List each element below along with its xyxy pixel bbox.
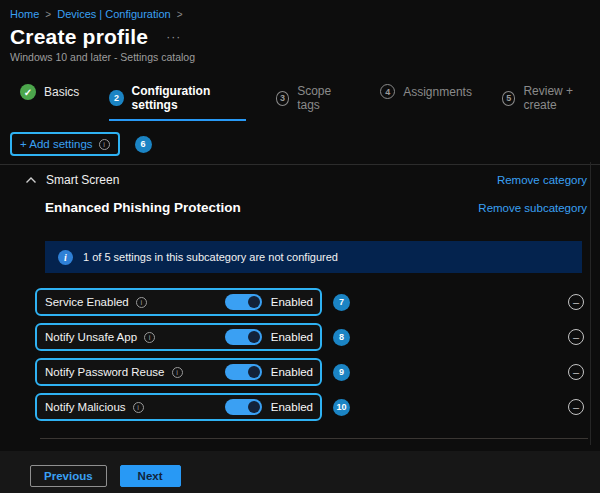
setting-box: Notify Unsafe App i Enabled [35, 323, 322, 351]
step-number: 5 [502, 91, 516, 106]
step-basics[interactable]: ✓ Basics [20, 84, 79, 107]
setting-box: Service Enabled i Enabled [35, 288, 322, 316]
step-number: 2 [109, 90, 123, 106]
toggle-knob [248, 401, 260, 413]
info-icon: i [58, 250, 73, 265]
notify-unsafe-app-toggle[interactable] [225, 329, 262, 345]
info-banner: i 1 of 5 settings in this subcategory ar… [45, 241, 582, 273]
page-subtitle: Windows 10 and later - Settings catalog [0, 51, 600, 63]
step-assignments[interactable]: 4 Assignments [380, 84, 472, 106]
breadcrumb-separator: > [45, 9, 51, 20]
footer-divider [40, 438, 588, 439]
setting-box: Notify Malicious i Enabled [35, 393, 322, 421]
setting-label: Notify Unsafe App [45, 331, 137, 343]
annotation-badge-7: 7 [333, 294, 350, 311]
next-button[interactable]: Next [120, 465, 181, 487]
setting-value: Enabled [271, 331, 313, 343]
category-name: Smart Screen [46, 173, 119, 187]
setting-row-service-enabled: Service Enabled i Enabled 7 – [35, 288, 600, 316]
remove-category-link[interactable]: Remove category [497, 174, 587, 186]
footer: Previous Next [0, 451, 600, 493]
annotation-badge-10: 10 [333, 399, 350, 416]
step-configuration-settings[interactable]: 2 Configuration settings [109, 84, 245, 121]
setting-box: Notify Password Reuse i Enabled [35, 358, 322, 386]
setting-row-notify-malicious: Notify Malicious i Enabled 10 – [35, 393, 600, 421]
step-label: Basics [44, 85, 79, 99]
setting-value: Enabled [271, 401, 313, 413]
chevron-up-icon[interactable] [25, 174, 37, 186]
step-number: 3 [276, 91, 289, 106]
section-divider [0, 164, 600, 165]
service-enabled-toggle[interactable] [225, 294, 262, 310]
info-icon: i [99, 139, 110, 150]
step-label: Scope tags [297, 84, 350, 112]
remove-setting-icon[interactable]: – [568, 329, 584, 345]
wizard-steps: ✓ Basics 2 Configuration settings 3 Scop… [0, 84, 600, 121]
check-icon: ✓ [20, 84, 36, 100]
remove-setting-icon[interactable]: – [568, 294, 584, 310]
setting-label: Service Enabled [45, 296, 129, 308]
more-options-icon[interactable]: ··· [166, 30, 181, 44]
previous-button[interactable]: Previous [30, 465, 107, 487]
info-icon: i [136, 297, 147, 308]
step-number: 4 [380, 84, 395, 99]
panel-edge-line [590, 162, 591, 445]
page-title: Create profile [10, 25, 148, 49]
breadcrumb-devices-configuration-link[interactable]: Devices | Configuration [57, 8, 171, 20]
add-settings-button[interactable]: + Add settings i [10, 132, 120, 156]
remove-subcategory-link[interactable]: Remove subcategory [478, 202, 587, 214]
setting-label: Notify Password Reuse [45, 366, 165, 378]
toggle-knob [248, 366, 260, 378]
toggle-knob [248, 296, 260, 308]
info-icon: i [144, 332, 155, 343]
info-icon: i [133, 402, 144, 413]
step-label: Review + create [523, 84, 600, 112]
step-label: Configuration settings [132, 84, 246, 112]
notify-malicious-toggle[interactable] [225, 399, 262, 415]
setting-value: Enabled [271, 296, 313, 308]
annotation-badge-6: 6 [135, 136, 152, 153]
step-label: Assignments [403, 85, 472, 99]
settings-list: Service Enabled i Enabled 7 – Notify Uns… [35, 288, 600, 421]
setting-label: Notify Malicious [45, 401, 126, 413]
breadcrumb-separator: > [177, 9, 183, 20]
setting-row-notify-password-reuse: Notify Password Reuse i Enabled 9 – [35, 358, 600, 386]
info-banner-text: 1 of 5 settings in this subcategory are … [83, 251, 338, 263]
info-icon: i [172, 367, 183, 378]
annotation-badge-9: 9 [333, 364, 350, 381]
notify-password-reuse-toggle[interactable] [225, 364, 262, 380]
setting-value: Enabled [271, 366, 313, 378]
subcategory-name: Enhanced Phishing Protection [45, 200, 241, 215]
setting-row-notify-unsafe-app: Notify Unsafe App i Enabled 8 – [35, 323, 600, 351]
breadcrumb: Home > Devices | Configuration > [0, 0, 600, 20]
breadcrumb-home-link[interactable]: Home [10, 8, 39, 20]
step-review-create[interactable]: 5 Review + create [502, 84, 600, 119]
annotation-badge-8: 8 [333, 329, 350, 346]
add-settings-label: + Add settings [20, 138, 93, 150]
step-scope-tags[interactable]: 3 Scope tags [276, 84, 351, 119]
remove-setting-icon[interactable]: – [568, 399, 584, 415]
toggle-knob [248, 331, 260, 343]
remove-setting-icon[interactable]: – [568, 364, 584, 380]
